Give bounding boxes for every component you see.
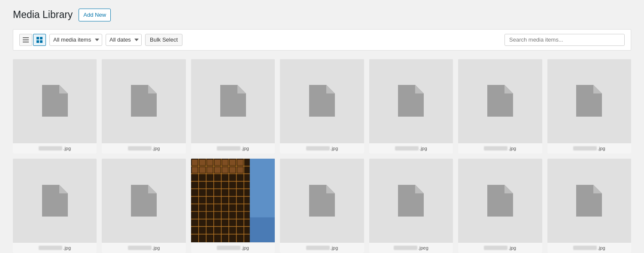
svg-rect-0 (23, 37, 29, 38)
file-icon (131, 85, 157, 117)
svg-rect-34 (192, 167, 198, 173)
media-thumbnail (191, 59, 275, 143)
page-wrapper: Media Library Add New A (0, 0, 644, 253)
toolbar: All media items All dates Bulk Select (13, 29, 631, 51)
building-image (191, 159, 275, 242)
media-item[interactable]: .jpg (280, 159, 364, 253)
svg-rect-33 (237, 160, 243, 166)
svg-rect-40 (237, 167, 243, 173)
add-new-button[interactable]: Add New (79, 9, 111, 21)
svg-rect-37 (215, 167, 221, 173)
page-header: Media Library Add New (13, 9, 631, 21)
media-thumbnail (547, 159, 631, 242)
media-thumbnail (369, 59, 453, 143)
media-item[interactable]: .jpg (458, 59, 542, 154)
media-item[interactable]: .jpg (191, 59, 275, 154)
date-filter[interactable]: All dates (106, 34, 142, 46)
svg-rect-1 (23, 39, 29, 40)
svg-rect-31 (222, 160, 228, 166)
file-icon (576, 185, 602, 217)
svg-rect-4 (40, 37, 43, 39)
svg-rect-39 (230, 167, 236, 173)
media-item[interactable]: .jpg (102, 159, 185, 253)
media-item-building[interactable]: .jpg (191, 159, 275, 253)
svg-rect-36 (207, 167, 213, 173)
file-icon (487, 185, 513, 217)
media-grid: .jpg .jpg (13, 59, 631, 253)
media-label: .jpg (547, 143, 631, 154)
list-view-button[interactable] (19, 34, 32, 46)
media-thumbnail (13, 59, 97, 143)
svg-rect-5 (36, 40, 39, 43)
media-thumbnail (102, 159, 185, 242)
media-item[interactable]: .jpg (102, 59, 185, 154)
media-item[interactable]: .jpg (13, 159, 97, 253)
media-label: .jpg (369, 143, 453, 154)
grid-view-button[interactable] (33, 34, 46, 46)
media-label: .jpg (191, 143, 275, 154)
media-item[interactable]: .jpg (280, 59, 364, 154)
bulk-select-button[interactable]: Bulk Select (145, 34, 182, 46)
media-label: .jpg (102, 242, 185, 253)
media-label: .jpg (458, 242, 542, 253)
media-item[interactable]: .jpeg (369, 159, 453, 253)
svg-rect-28 (199, 160, 205, 166)
media-thumbnail (458, 59, 542, 143)
media-thumbnail (280, 59, 364, 143)
file-icon (487, 85, 513, 117)
search-input[interactable] (504, 34, 625, 46)
svg-rect-6 (40, 40, 43, 43)
media-thumbnail-building (191, 159, 275, 242)
media-thumbnail (458, 159, 542, 242)
media-item[interactable]: .jpg (458, 159, 542, 253)
media-label: .jpg (13, 242, 97, 253)
media-label: .jpg (547, 242, 631, 253)
media-thumbnail (547, 59, 631, 143)
media-thumbnail (280, 159, 364, 242)
media-label: .jpg (280, 242, 364, 253)
media-item[interactable]: .jpg (13, 59, 97, 154)
media-item[interactable]: .jpg (369, 59, 453, 154)
file-icon (309, 185, 335, 217)
svg-rect-2 (23, 42, 29, 42)
media-item[interactable]: .jpg (547, 59, 631, 154)
file-icon (309, 85, 335, 117)
svg-rect-29 (207, 160, 213, 166)
media-thumbnail (102, 59, 185, 143)
media-thumbnail (369, 159, 453, 242)
file-icon (42, 185, 68, 217)
file-icon (576, 85, 602, 117)
media-label: .jpg (458, 143, 542, 154)
page-title: Media Library (13, 9, 73, 21)
svg-rect-27 (192, 160, 198, 166)
media-label: .jpg (102, 143, 185, 154)
file-icon (398, 185, 424, 217)
svg-rect-30 (215, 160, 221, 166)
media-type-filter[interactable]: All media items (49, 34, 102, 46)
svg-rect-32 (230, 160, 236, 166)
view-toggle (19, 34, 46, 46)
media-thumbnail (13, 159, 97, 242)
file-icon (131, 185, 157, 217)
media-label: .jpg (13, 143, 97, 154)
svg-rect-3 (36, 37, 39, 39)
media-label: .jpeg (369, 242, 453, 253)
svg-rect-38 (222, 167, 228, 173)
file-icon (220, 85, 246, 117)
media-item[interactable]: .jpg (547, 159, 631, 253)
media-label: .jpg (191, 242, 275, 253)
file-icon (42, 85, 68, 117)
svg-rect-35 (199, 167, 205, 173)
file-icon (398, 85, 424, 117)
media-label: .jpg (280, 143, 364, 154)
